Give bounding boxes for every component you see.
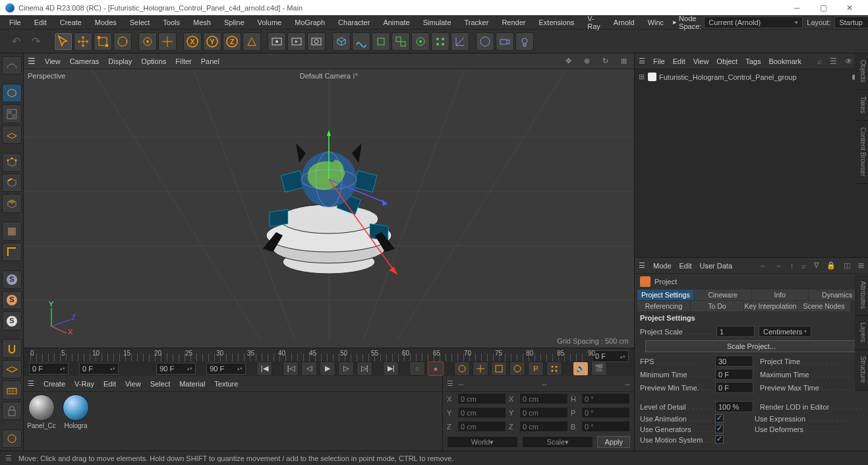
- mat-menu-vray[interactable]: V-Ray: [74, 380, 94, 388]
- vp-menu-filter[interactable]: Filter: [175, 57, 191, 65]
- render-pv[interactable]: [287, 32, 306, 51]
- coord-space-select[interactable]: World ▾: [447, 436, 518, 448]
- sidetab-objects[interactable]: Objects: [855, 53, 868, 90]
- vp-menu-options[interactable]: Options: [141, 57, 166, 65]
- vp-menu-cameras[interactable]: Cameras: [70, 57, 100, 65]
- current-frame-field[interactable]: 0 F: [29, 363, 69, 375]
- mat-menu-select[interactable]: Select: [150, 380, 171, 388]
- lock-icon[interactable]: [2, 402, 22, 420]
- fps-field[interactable]: 30: [715, 356, 753, 367]
- clapper-button[interactable]: 🎬: [591, 361, 607, 376]
- sidetab-takes[interactable]: Takes: [855, 90, 868, 121]
- attr-menu-userdata[interactable]: User Data: [700, 262, 733, 270]
- workplane-icon2[interactable]: [2, 381, 22, 399]
- vp-nav-icon[interactable]: ✥: [565, 57, 575, 66]
- menu-create[interactable]: Create: [53, 16, 88, 28]
- mode-object[interactable]: [2, 84, 22, 102]
- hamburger-icon[interactable]: ☰: [28, 56, 36, 66]
- min-time-field[interactable]: 0 F: [715, 369, 753, 380]
- om-menu-edit[interactable]: Edit: [673, 57, 685, 65]
- pos-z-field[interactable]: 0 cm: [457, 421, 506, 432]
- funnel-icon[interactable]: ∇: [814, 261, 819, 270]
- mat-menu-texture[interactable]: Texture: [214, 380, 238, 388]
- use-animation-check[interactable]: [715, 414, 724, 423]
- menu-spline[interactable]: Spline: [217, 16, 251, 28]
- tool-select[interactable]: [54, 32, 72, 51]
- plus-icon[interactable]: ⊞: [858, 261, 864, 270]
- tab-info[interactable]: Info: [752, 290, 809, 300]
- use-generators-check[interactable]: [715, 425, 724, 433]
- search-icon[interactable]: ⌕: [801, 262, 806, 270]
- tool-crosshair[interactable]: [158, 32, 177, 51]
- mode-polys[interactable]: [2, 194, 22, 212]
- menu-tools[interactable]: Tools: [156, 16, 187, 28]
- menu-modes[interactable]: Modes: [88, 16, 123, 28]
- viewport[interactable]: Perspective Default Camera ⁞° Grid Spaci…: [24, 69, 634, 348]
- add-environment[interactable]: [476, 32, 494, 51]
- tool-scale[interactable]: [94, 32, 112, 51]
- vp-menu-display[interactable]: Display: [108, 57, 132, 65]
- menu-mograph[interactable]: MoGraph: [288, 16, 332, 28]
- expand-icon[interactable]: ⊞: [639, 73, 645, 81]
- attr-menu-mode[interactable]: Mode: [653, 262, 672, 270]
- minimize-button[interactable]: ─: [784, 3, 810, 13]
- menu-vray[interactable]: V-Ray: [581, 13, 607, 32]
- om-menu-object[interactable]: Object: [716, 57, 738, 65]
- project-scale-unit[interactable]: Centimeters: [759, 326, 811, 337]
- pos-x-field[interactable]: 0 cm: [457, 393, 506, 404]
- hamburger-icon[interactable]: ☰: [639, 57, 645, 65]
- coord-scale-select[interactable]: Scale ▾: [522, 436, 593, 448]
- mode-model[interactable]: [2, 56, 22, 75]
- goto-start-button[interactable]: |◀: [256, 361, 272, 376]
- range-start-field[interactable]: 0 F: [79, 363, 119, 375]
- vp-maximize-icon[interactable]: ⊞: [621, 57, 630, 66]
- key-param-button[interactable]: P: [528, 361, 544, 376]
- tab-project-settings[interactable]: Project Settings: [637, 290, 694, 300]
- attr-menu-edit[interactable]: Edit: [680, 262, 692, 270]
- material-item[interactable]: Hologra: [61, 394, 91, 448]
- prev-frame-button[interactable]: ◁: [301, 361, 317, 376]
- timeline-ruler[interactable]: 0 F 051015202530354045505560657075808590: [30, 348, 588, 361]
- menu-character[interactable]: Character: [332, 16, 376, 28]
- size-x-field[interactable]: 0 cm: [519, 393, 568, 404]
- key-move-button[interactable]: [473, 361, 488, 376]
- axis-z[interactable]: Z: [223, 32, 241, 51]
- nodespace-select[interactable]: Current (Arnold): [704, 16, 803, 28]
- om-menu-tags[interactable]: Tags: [745, 57, 761, 65]
- tool-rotate[interactable]: [113, 32, 132, 51]
- mat-menu-create[interactable]: Create: [43, 380, 65, 388]
- apply-button[interactable]: Apply: [597, 436, 630, 448]
- redo-button[interactable]: ↷: [26, 34, 45, 49]
- menu-animate[interactable]: Animate: [376, 16, 416, 28]
- menu-volume[interactable]: Volume: [251, 16, 289, 28]
- range-end-field[interactable]: 90 F: [156, 363, 196, 375]
- size-y-field[interactable]: 0 cm: [519, 407, 568, 418]
- rot-p-field[interactable]: 0 °: [581, 407, 630, 418]
- pos-y-field[interactable]: 0 cm: [457, 407, 506, 418]
- menu-arnold[interactable]: Arnold: [607, 16, 641, 28]
- tab-referencing[interactable]: Referencing: [637, 301, 690, 311]
- goto-frame-field[interactable]: 0 F: [592, 350, 629, 362]
- project-scale-field[interactable]: 1: [716, 326, 755, 337]
- add-spline[interactable]: [352, 32, 370, 51]
- play-button[interactable]: ▶: [320, 361, 335, 376]
- close-button[interactable]: ✕: [836, 3, 863, 13]
- total-frames-field[interactable]: 90 F: [206, 363, 246, 375]
- nav-fwd-icon[interactable]: →: [775, 262, 782, 270]
- coord-system[interactable]: [243, 32, 261, 51]
- snap-grid2[interactable]: S: [2, 291, 22, 309]
- menu-extensions[interactable]: Extensions: [532, 16, 581, 28]
- menu-mesh[interactable]: Mesh: [187, 16, 217, 28]
- lock-icon[interactable]: 🔒: [826, 261, 836, 270]
- snap-grid1[interactable]: S: [2, 270, 22, 289]
- mat-menu-material[interactable]: Material: [179, 380, 205, 388]
- tab-cineware[interactable]: Cineware: [695, 290, 751, 300]
- add-generator[interactable]: [372, 32, 390, 51]
- hamburger-icon[interactable]: ☰: [28, 379, 34, 388]
- goto-end-button[interactable]: ▶|: [383, 361, 399, 376]
- prev-key-button[interactable]: |◁: [283, 361, 299, 376]
- om-menu-bookmarks[interactable]: Bookmark: [768, 57, 801, 65]
- misc-icon[interactable]: [2, 429, 22, 448]
- nav-back-icon[interactable]: ←: [760, 262, 767, 270]
- new-icon[interactable]: ◫: [844, 261, 850, 270]
